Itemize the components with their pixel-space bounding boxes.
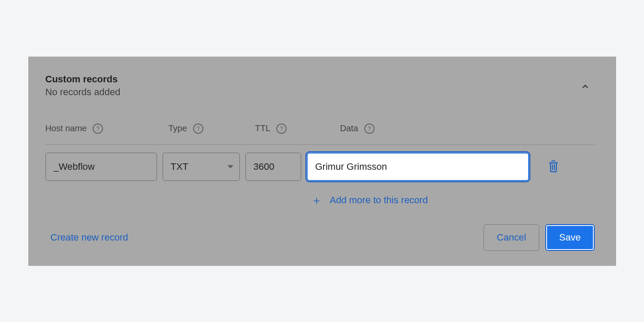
save-button[interactable]: Save	[545, 224, 594, 251]
column-ttl-label: TTL	[255, 123, 271, 133]
column-type: Type ?	[169, 123, 255, 134]
help-icon[interactable]: ?	[93, 123, 103, 134]
ttl-input[interactable]	[245, 153, 301, 181]
footer: Create new record Cancel Save	[45, 224, 595, 251]
panel-header: Custom records No records added	[45, 74, 595, 98]
panel-title: Custom records	[45, 74, 121, 85]
create-new-record-link[interactable]: Create new record	[51, 232, 128, 243]
chevron-down-icon	[227, 165, 233, 169]
help-icon[interactable]: ?	[193, 123, 203, 134]
data-input[interactable]	[307, 153, 529, 181]
column-headers: Host name ? Type ? TTL ? Data ?	[45, 123, 595, 145]
column-ttl: TTL ?	[255, 123, 340, 134]
type-value: TXT	[171, 161, 189, 172]
help-icon[interactable]: ?	[276, 123, 287, 134]
type-select[interactable]: TXT	[163, 153, 240, 181]
collapse-icon[interactable]	[580, 81, 590, 93]
help-icon[interactable]: ?	[364, 123, 375, 134]
delete-button[interactable]	[547, 159, 559, 175]
record-row: TXT ＋ Add more to this record	[45, 153, 595, 208]
plus-icon: ＋	[311, 193, 322, 208]
column-hostname-label: Host name	[45, 123, 87, 133]
cancel-button[interactable]: Cancel	[484, 224, 539, 251]
column-data-label: Data	[340, 123, 358, 133]
panel-subtitle: No records added	[45, 87, 121, 98]
trash-icon	[547, 159, 559, 173]
hostname-input[interactable]	[45, 153, 157, 181]
add-more-label: Add more to this record	[330, 195, 428, 206]
column-hostname: Host name ?	[45, 123, 169, 134]
column-data: Data ?	[340, 123, 595, 134]
column-type-label: Type	[169, 123, 187, 133]
custom-records-panel: Custom records No records added Host nam…	[28, 57, 616, 266]
add-more-button[interactable]: ＋ Add more to this record	[311, 193, 529, 208]
